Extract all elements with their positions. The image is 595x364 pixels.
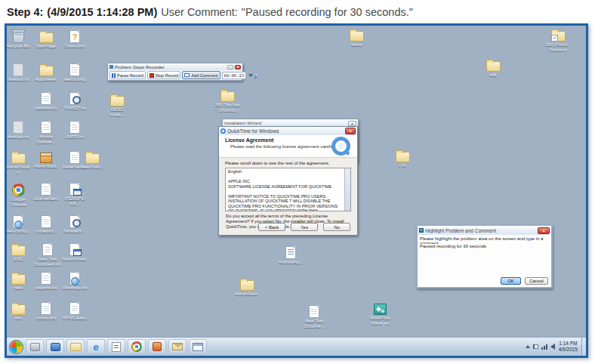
desktop-icon[interactable]: desktop.ini xyxy=(7,62,31,82)
desktop-icon[interactable]: RESC Softw... xyxy=(104,92,130,117)
desktop-icon[interactable]: desktop.ini xyxy=(7,119,31,140)
taskbar-button-chrome-icon[interactable] xyxy=(128,339,146,354)
desktop-icon[interactable]: Google Chrome xyxy=(7,181,31,207)
desktop-icon[interactable]: WorkFlow Manager xyxy=(365,301,395,325)
taskbar-button-device-app-icon[interactable] xyxy=(26,339,44,354)
network-icon[interactable] xyxy=(541,344,547,350)
ok-button[interactable]: OK xyxy=(501,277,521,285)
desktop-icon[interactable]: ReportView... xyxy=(62,242,88,267)
comment-dialog-titlebar[interactable]: Highlight Problem and Comment xyxy=(418,226,551,235)
desktop-icon-label: LicenseServ... xyxy=(33,196,59,206)
tray-expand-icon[interactable] xyxy=(526,345,530,348)
start-button[interactable] xyxy=(9,340,23,354)
desktop-icon[interactable]: Viewhelp.xml xyxy=(62,270,88,295)
steps-recorder-window[interactable]: Problem Steps Recorder – Pause Record St… xyxy=(107,63,243,81)
file-icon xyxy=(69,302,80,315)
desktop-icon[interactable]: New Test Docume... xyxy=(298,304,330,329)
taskbar-button-open-window-icon[interactable] xyxy=(189,339,207,354)
desktop-icon[interactable]: AdminStud... xyxy=(33,150,59,174)
desktop-icon[interactable]: EXE xyxy=(7,242,31,262)
close-icon[interactable] xyxy=(538,227,550,234)
folder-icon xyxy=(220,91,235,102)
folder-icon xyxy=(11,274,26,285)
desktop-icon[interactable]: Hmms Softwar... xyxy=(33,119,59,144)
desktop-icon[interactable]: Tuner.chm xyxy=(62,29,88,49)
pause-record-button[interactable]: Pause Record xyxy=(109,71,146,79)
desktop-icon[interactable]: xxxxx.xml xyxy=(33,301,59,321)
quicktime-titlebar[interactable]: QuickTime for Windows xyxy=(219,127,357,135)
desktop-icon[interactable]: AdminStudio xyxy=(7,150,31,174)
taskbar-button-internet-explorer-icon[interactable]: e xyxy=(87,339,105,354)
close-icon[interactable]: × xyxy=(348,121,356,126)
desktop-icon[interactable]: new xyxy=(7,270,31,291)
desktop-icon[interactable]: 250 The Net Shortcut xyxy=(212,88,242,113)
taskbar-button-app-icon[interactable] xyxy=(148,339,166,354)
add-comment-button[interactable]: Add Comment xyxy=(182,71,220,79)
desktop-icon[interactable]: myreport... xyxy=(33,214,59,234)
help-icon[interactable]: ? xyxy=(254,72,257,79)
chevron-down-icon[interactable] xyxy=(248,74,253,77)
file-icon xyxy=(41,302,51,315)
close-icon[interactable] xyxy=(235,65,241,69)
minimize-icon[interactable]: – xyxy=(227,65,233,69)
desktop-icon-label: 340 (Form) - Shortcut xyxy=(539,42,577,52)
taskbar-clock[interactable]: 1:14 PM 4/9/2015 xyxy=(559,341,578,353)
show-desktop-button[interactable] xyxy=(581,338,586,356)
folder-shortcut-icon xyxy=(551,31,566,42)
steps-recorder-titlebar[interactable]: Problem Steps Recorder – xyxy=(108,63,242,70)
volume-icon[interactable] xyxy=(550,344,555,350)
taskbar-button-document-app-icon[interactable] xyxy=(107,339,125,354)
taskbar-button-media-player-icon[interactable] xyxy=(46,339,64,354)
folder-icon xyxy=(350,31,364,42)
yes-button[interactable]: Yes xyxy=(291,223,318,231)
no-button[interactable]: No xyxy=(323,223,350,231)
search-icon xyxy=(69,215,80,228)
quicktime-license-window[interactable]: QuickTime for Windows License Agreement … xyxy=(218,126,358,236)
cancel-button[interactable]: Cancel xyxy=(525,277,548,285)
desktop-icon-label: Recycle Bin xyxy=(7,44,31,49)
desktop-icon[interactable]: A9R3.txt xyxy=(62,119,88,140)
desktop-icon[interactable]: ans xyxy=(7,301,31,321)
folder-icon xyxy=(396,152,410,162)
desktop-icon[interactable]: web.config... xyxy=(7,214,31,234)
desktop-icon[interactable]: exports.txt xyxy=(33,270,59,291)
desktop-icon[interactable]: VS20SP1-KB... xyxy=(62,181,88,206)
chrome-icon xyxy=(131,341,142,352)
desktop-icon[interactable]: New Test Document.txt xyxy=(33,242,62,267)
taskbar-button-windows-explorer-icon[interactable] xyxy=(66,339,85,354)
back-button[interactable]: < Back xyxy=(258,223,285,231)
close-icon[interactable] xyxy=(345,128,356,134)
stop-record-button[interactable]: Stop Record xyxy=(147,71,181,79)
taskbar-button-mail-icon[interactable] xyxy=(168,339,187,354)
action-center-flag-icon[interactable] xyxy=(533,344,538,349)
desktop-icon[interactable]: sdk xyxy=(480,57,506,78)
desktop-icon[interactable]: AppViewer xyxy=(33,62,59,82)
desktop-icon[interactable]: New Fold... xyxy=(79,150,105,170)
license-header: License Agreement Please read the follow… xyxy=(219,135,357,158)
desktop-icon[interactable]: AdminStud... xyxy=(234,276,260,301)
desktop-icon[interactable]: AndroidAp... xyxy=(278,245,304,265)
desktop-icon[interactable]: StartPage xyxy=(33,29,59,49)
desktop-icon[interactable]: QA xyxy=(390,148,415,168)
clock-time: 1:14 PM xyxy=(559,341,578,347)
desktop-icon[interactable]: 340 (Form) - Shortcut xyxy=(539,27,577,52)
desktop-icon-label: AdminStudio xyxy=(7,165,31,174)
desktop-icon-label: AdminStud... xyxy=(234,292,260,301)
taskbar: e 1:14 PM 4/9/2015 xyxy=(7,337,586,356)
comment-input[interactable]: Paused recording for 30 seconds xyxy=(420,244,549,276)
desktop-icon[interactable]: LicenseServ... xyxy=(33,181,59,206)
license-text[interactable]: English APPLE INC. SOFTWARE LICENSE AGRE… xyxy=(225,168,351,211)
desktop-icon-label: Tuner.chm xyxy=(62,44,88,49)
desktop-icon[interactable]: Recycle Bin xyxy=(7,29,31,49)
desktop-icon[interactable]: WPVCatalo... xyxy=(62,301,88,325)
license-buttons: < Back Yes No xyxy=(258,223,350,231)
desktop-icon[interactable]: NinstallX... xyxy=(62,214,88,234)
desktop[interactable]: Recycle BinStartPageTuner.chmdesktop.ini… xyxy=(7,26,586,356)
comment-dialog[interactable]: Highlight Problem and Comment Please hig… xyxy=(416,224,553,288)
desktop-icon[interactable]: T6N52T.txt xyxy=(62,91,88,111)
desktop-icon[interactable]: web.config xyxy=(62,62,88,82)
desktop-icon[interactable]: ddd4btext1 xyxy=(33,91,59,111)
desktop-icon-label: Hmms Softwar... xyxy=(33,134,59,144)
desktop-icon[interactable]: Items xyxy=(344,27,369,48)
desktop-icon-label: QA xyxy=(390,163,415,168)
